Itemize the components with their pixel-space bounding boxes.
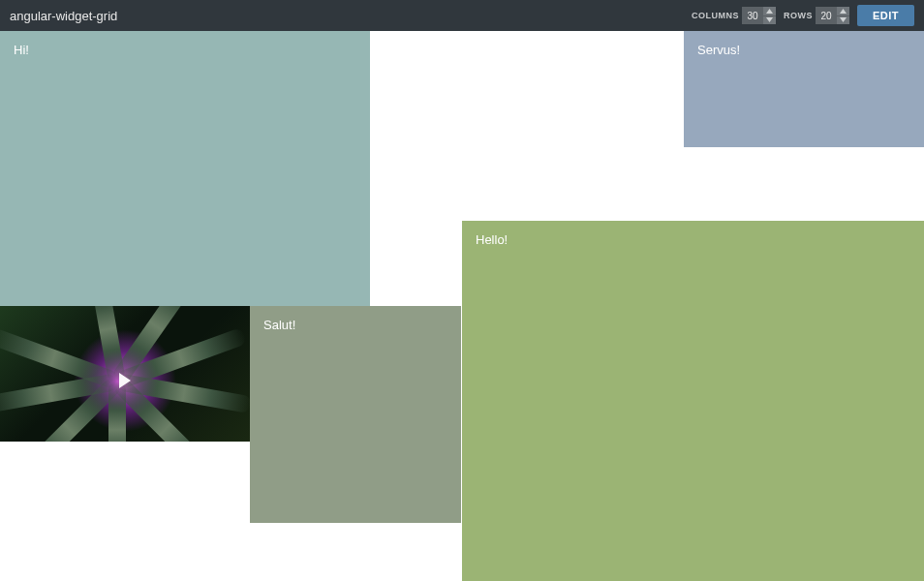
- rows-stepper-buttons: [837, 7, 849, 24]
- play-icon: [119, 373, 131, 388]
- rows-label: ROWS: [784, 11, 813, 20]
- widget-salut[interactable]: Salut!: [250, 306, 461, 523]
- widget-label: Hello!: [476, 232, 508, 247]
- widget-grid: Hi! Servus! Hello! Salut!: [0, 31, 924, 581]
- rows-down-button[interactable]: [837, 16, 849, 25]
- widget-hello[interactable]: Hello!: [462, 221, 924, 581]
- widget-label: Hi!: [14, 43, 29, 57]
- rows-stepper[interactable]: [816, 7, 849, 24]
- chevron-down-icon: [766, 17, 773, 22]
- app-header: angular-widget-grid COLUMNS ROWS: [0, 0, 924, 31]
- widget-hi[interactable]: Hi!: [0, 31, 370, 306]
- header-controls: COLUMNS ROWS: [692, 5, 914, 26]
- columns-input[interactable]: [742, 7, 763, 24]
- media-thumbnail: [0, 306, 250, 442]
- columns-stepper-buttons: [763, 7, 776, 24]
- edit-button[interactable]: EDIT: [857, 5, 914, 26]
- chevron-down-icon: [840, 17, 847, 22]
- columns-up-button[interactable]: [763, 7, 776, 16]
- columns-stepper[interactable]: [742, 7, 776, 24]
- chevron-up-icon: [766, 9, 773, 14]
- widget-label: Servus!: [697, 43, 740, 57]
- widget-servus[interactable]: Servus!: [684, 31, 924, 147]
- rows-up-button[interactable]: [837, 7, 849, 16]
- app-title: angular-widget-grid: [10, 9, 117, 23]
- chevron-up-icon: [840, 9, 847, 14]
- columns-down-button[interactable]: [763, 16, 776, 25]
- widget-label: Salut!: [263, 318, 295, 332]
- widget-media[interactable]: [0, 306, 250, 442]
- rows-control: ROWS: [784, 7, 849, 24]
- columns-control: COLUMNS: [692, 7, 776, 24]
- columns-label: COLUMNS: [692, 11, 739, 20]
- rows-input[interactable]: [816, 7, 837, 24]
